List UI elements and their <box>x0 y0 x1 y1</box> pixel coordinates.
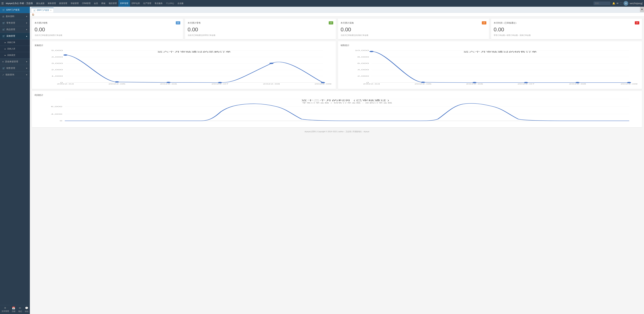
charts-row: 采购统计 0 1,000 2,000 3,000 <box>32 41 642 89</box>
sidebar-items-container: 🛒ERP门户首页⚖基本资料▼🛒零售管理▼🛒商品管理▼🛒采购管理▲▸采购订单▸采购… <box>0 7 30 78</box>
sidebar-item-5[interactable]: ▸采购订单 <box>0 39 30 46</box>
sidebar-bottom-calendar[interactable]: 📅 日程 <box>12 307 16 313</box>
profit-section-title: 利润统计 <box>34 94 639 97</box>
sidebar-item-10[interactable]: ✓报表查询▼ <box>0 71 30 78</box>
nav-item-会员[interactable]: 会员 <box>92 0 100 7</box>
sidebar-item-1[interactable]: ⚖基本资料▼ <box>0 13 30 20</box>
svg-text:6,000: 6,000 <box>358 62 369 64</box>
content-area: 本月累计销售 月 0.00 当前月已审核通过的销售订单金额 本月累计零售 月 0… <box>30 16 644 314</box>
card-title-1: 本月累计零售 <box>188 21 201 24</box>
sidebar-bottom: ≡ 文件管理 📅 日程 ✏ 笔记 💬 论坛 <box>0 305 30 314</box>
svg-text:8,000: 8,000 <box>358 56 369 58</box>
calendar-label: 日程 <box>12 310 16 313</box>
svg-text:4,000: 4,000 <box>51 56 63 58</box>
purchase-chart-title: 采购统计 <box>34 44 333 47</box>
card-header-1: 本月累计零售 月 <box>188 21 334 24</box>
svg-text:1,000: 1,000 <box>51 75 63 77</box>
sidebar: 🛒ERP门户首页⚖基本资料▼🛒零售管理▼🛒商品管理▼🛒采购管理▲▸采购订单▸采购… <box>0 7 30 314</box>
screen-icon[interactable]: ⛶ <box>620 2 622 5</box>
nav-item-默认桌面[interactable]: 默认桌面 <box>35 0 46 7</box>
card-header-2: 本月累计采购 月 <box>340 21 486 24</box>
svg-point-44 <box>370 51 374 52</box>
nav-item-薪资管理[interactable]: 薪资管理 <box>58 0 69 7</box>
sidebar-icon-7: ▸ <box>5 54 6 56</box>
sidebar-icon-9: 🛒 <box>2 67 5 69</box>
username[interactable]: weizhiqiang( <box>630 2 643 5</box>
nav-item-项目管理[interactable]: 项目管理 <box>107 0 118 7</box>
chevron-icon-3: ▼ <box>26 29 28 30</box>
sidebar-item-9[interactable]: 🛒销售管理▼ <box>0 65 30 71</box>
svg-point-20 <box>115 81 119 83</box>
message-icon[interactable]: ✉ <box>616 2 618 5</box>
svg-text:2022-05: 2022-05 <box>108 83 126 85</box>
forum-label: 论坛 <box>25 310 28 313</box>
svg-text:2022-09: 2022-09 <box>620 83 638 85</box>
nav-item-售后服务[interactable]: 售后服务 <box>153 0 164 7</box>
nav-item-CRM管理[interactable]: CRM管理 <box>80 0 92 7</box>
sidebar-icon-3: 🛒 <box>2 28 5 31</box>
footer-text: skyeye云系列 | Copyright © 2018~2022 | auth… <box>304 131 369 133</box>
sidebar-icon-6: ▸ <box>5 47 6 50</box>
breadcrumb: 🏠 <box>30 13 644 16</box>
sidebar-bottom-notes[interactable]: ✏ 笔记 <box>18 307 22 313</box>
sidebar-item-0[interactable]: 🛒ERP门户首页 <box>0 7 30 13</box>
stats-row: 本月累计销售 月 0.00 当前月已审核通过的销售订单金额 本月累计零售 月 0… <box>32 18 642 39</box>
hamburger-menu[interactable]: ☰ <box>1 2 4 5</box>
nav-item-企业服[interactable]: 企业服 <box>176 0 185 7</box>
sidebar-item-2[interactable]: 🛒零售管理▼ <box>0 20 30 26</box>
nav-item-商城[interactable]: 商城 <box>100 0 107 7</box>
sidebar-item-6[interactable]: ▸采购入库 <box>0 46 30 52</box>
sidebar-label-4: 采购管理 <box>6 34 15 37</box>
sidebar-bottom-files[interactable]: ≡ 文件管理 <box>2 307 9 313</box>
card-title-0: 本月累计销售 <box>34 21 48 24</box>
purchase-chart-section: 采购统计 0 1,000 2,000 3,000 <box>32 41 336 89</box>
svg-text:近六个月审核通过的销售订单: 近六个月审核通过的销售订单 <box>464 51 537 53</box>
chevron-icon-10: ▼ <box>26 74 28 76</box>
svg-text:近六个月审核通过的采购订单: 近六个月审核通过的采购订单 <box>158 51 231 53</box>
tab-close-icon[interactable]: ✕ <box>50 9 52 11</box>
avatar[interactable]: W <box>624 1 628 6</box>
sidebar-label-6: 采购入库 <box>7 47 15 50</box>
card-header-3: 本月利润（已审核通过） 月 <box>494 21 640 24</box>
sidebar-label-10: 报表查询 <box>6 73 14 76</box>
tab-erp-home[interactable]: 🛒 ERP门户首页 ✕ <box>31 8 54 12</box>
card-desc-3: 零售订单金额＋销售订单金额－采购订单金额 <box>494 34 640 36</box>
nav-item-财务管理[interactable]: 财务管理 <box>46 0 58 7</box>
tab-bar: 🛒 ERP门户首页 ✕ ▼ <box>30 7 644 13</box>
nav-item-学校管理[interactable]: 学校管理 <box>69 0 80 7</box>
sidebar-item-7[interactable]: ▸采购退货 <box>0 52 30 58</box>
home-icon[interactable]: 🏠 <box>32 13 34 16</box>
profit-section: 利润统计 0 4,000 6,000 近十二个月的利润（已审核通过） 零售订单金… <box>32 91 642 127</box>
card-desc-2: 当前月已审核通过的采购订单金额 <box>340 34 486 36</box>
tab-scroll-btn[interactable]: ▼ <box>640 7 644 12</box>
svg-point-48 <box>576 82 580 83</box>
sales-chart-title: 销售统计 <box>340 44 639 47</box>
nav-item-生产管理[interactable]: 生产管理 <box>142 0 153 7</box>
sidebar-label-5: 采购订单 <box>7 41 15 44</box>
card-desc-1: 当前月已审核通过的零售订单金额 <box>188 34 334 36</box>
stat-card-3: 本月利润（已审核通过） 月 0.00 零售订单金额＋销售订单金额－采购订单金额 <box>491 18 642 39</box>
bell-icon[interactable]: 🔔 <box>612 2 615 5</box>
chevron-icon-8: ▼ <box>26 61 28 63</box>
sidebar-icon-1: ⚖ <box>2 15 4 18</box>
sidebar-icon-5: ▸ <box>5 41 6 44</box>
sidebar-icon-10: ✓ <box>2 73 4 76</box>
search-input[interactable] <box>594 1 610 5</box>
profit-chart: 0 4,000 6,000 近十二个月的利润（已审核通过） 零售订单金额＋销售订… <box>34 97 639 124</box>
nav-item-ERP管理[interactable]: ERP管理 <box>118 0 130 7</box>
sidebar-bottom-forum[interactable]: 💬 论坛 <box>25 307 28 313</box>
sidebar-item-4[interactable]: 🛒采购管理▲ <box>0 33 30 39</box>
svg-text:2022-07: 2022-07 <box>212 83 228 85</box>
chevron-icon-4: ▲ <box>26 35 28 37</box>
svg-point-22 <box>218 82 222 83</box>
stat-card-2: 本月累计采购 月 0.00 当前月已审核通过的采购订单金额 <box>338 18 489 39</box>
nav-item-个人中心[interactable]: 个人中心 <box>164 0 176 7</box>
sidebar-label-1: 基本资料 <box>6 15 14 18</box>
svg-text:4,000: 4,000 <box>51 113 62 115</box>
purchase-chart: 0 1,000 2,000 3,000 4,000 5,000 近六个月审核通过… <box>34 49 333 86</box>
sidebar-item-8[interactable]: ≡其他单据管理▼ <box>0 58 30 65</box>
sidebar-label-3: 商品管理 <box>6 28 15 31</box>
nav-item-ERP仓库[interactable]: ERP仓库 <box>130 0 142 7</box>
sidebar-item-3[interactable]: 🛒商品管理▼ <box>0 26 30 33</box>
files-label: 文件管理 <box>2 310 9 313</box>
